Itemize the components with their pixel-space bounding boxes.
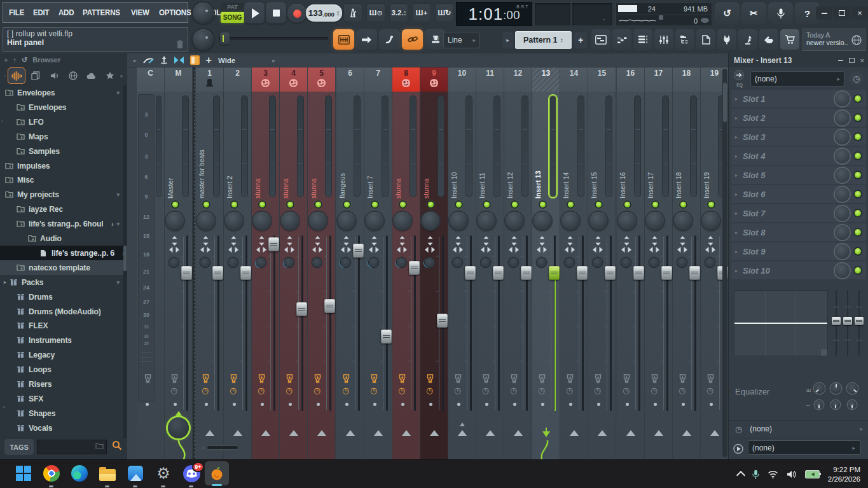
fx-slot-1[interactable]: ▸ Slot 1 [731, 90, 866, 108]
mixer-hscrollbar-thumb[interactable] [207, 446, 238, 449]
route-arrow[interactable] [289, 430, 298, 436]
pan-knob[interactable] [166, 212, 184, 230]
mute-led[interactable] [287, 202, 293, 207]
shop-button[interactable] [780, 29, 799, 50]
fader-track[interactable] [329, 235, 331, 411]
eq-freq-knob-2[interactable] [830, 383, 841, 394]
tree-item-loops[interactable]: Loops [0, 362, 125, 377]
browser-scrollbar[interactable] [123, 85, 127, 438]
track-body-17[interactable]: Insert 17◷ [645, 92, 673, 459]
stereo-sep-knob[interactable] [200, 258, 210, 267]
stereo-sep-knob[interactable] [481, 258, 490, 267]
tree-item-impulses[interactable]: Impulses [0, 158, 125, 173]
spectrum-panel[interactable] [572, 3, 613, 26]
audio-input-icon[interactable] [258, 374, 266, 386]
output-row[interactable]: (none) ▸ [729, 438, 868, 459]
mute-led[interactable] [484, 202, 490, 207]
pat-button[interactable]: PAT [221, 3, 244, 12]
rec-option-5[interactable]: Ш↻ [435, 3, 454, 22]
track-dot[interactable] [205, 403, 208, 406]
volume-fader[interactable] [240, 266, 251, 280]
piano-roll-button[interactable] [612, 29, 631, 50]
mixer-track-18[interactable]: 18Insert 18◷ [673, 67, 701, 459]
eq-band-knob-1[interactable] [815, 400, 823, 409]
tree-item-envelopes[interactable]: Envelopes▾ [0, 85, 125, 100]
track-header-15[interactable]: 15 [588, 67, 616, 92]
slot-enable-led[interactable] [855, 191, 861, 197]
track-dot[interactable] [682, 403, 685, 406]
slot-expand-icon[interactable]: ▸ [735, 192, 738, 197]
add-pattern-button[interactable]: + [574, 32, 587, 48]
track-dot[interactable] [233, 403, 236, 406]
time-display[interactable]: 1:01:00 B:S:T [456, 2, 532, 26]
tree-item-life-s-strang-p-6houl[interactable]: life's strang..p. 6houl›▾ [0, 216, 125, 231]
slot-enable-led[interactable] [855, 229, 861, 235]
fader-track[interactable] [386, 235, 388, 411]
stereo-sep-knob[interactable] [453, 258, 462, 267]
channel-rack-button[interactable] [633, 29, 652, 50]
tree-item-misc[interactable]: Misc [0, 172, 125, 187]
route-arrow[interactable] [374, 430, 383, 436]
track-header-12[interactable]: 12 [504, 67, 532, 92]
track-body-11[interactable]: Insert 11◷ [476, 92, 504, 459]
record-clock-icon[interactable]: ◷ [566, 386, 573, 394]
volume-fader[interactable] [493, 266, 504, 280]
track-body-7[interactable]: Insert 7◷ [364, 92, 392, 459]
tree-item-my-projects[interactable]: My projects▾ [0, 187, 125, 202]
panel-close-icon[interactable]: × [860, 57, 864, 64]
volume-fader[interactable] [521, 266, 532, 280]
tree-item-envelopes[interactable]: Envelopes [0, 100, 125, 115]
volume-fader[interactable] [549, 266, 560, 280]
play-button[interactable] [244, 3, 265, 24]
audio-input-icon[interactable] [482, 374, 490, 386]
oscilloscope-panel[interactable] [534, 3, 571, 26]
route-arrow[interactable] [598, 430, 607, 436]
mixer-track-11[interactable]: 11Insert 11◷ [476, 67, 504, 459]
track-header-17[interactable]: 17 [645, 67, 673, 92]
volume-fader[interactable] [324, 299, 335, 313]
record-clock-icon[interactable]: ◷ [170, 386, 177, 394]
track-body-10[interactable]: Insert 10◷ [448, 92, 476, 459]
track-body-6[interactable]: flangeus◷ [336, 92, 364, 459]
rec-option-3[interactable]: 3.2.: [389, 3, 408, 22]
track-header-2[interactable]: 2 [224, 67, 252, 92]
track-dot[interactable] [317, 403, 320, 406]
track-body-M[interactable]: Master◷ [165, 92, 193, 459]
touch-button[interactable] [759, 29, 778, 50]
track-dot[interactable] [626, 403, 629, 406]
volume-fader[interactable] [181, 266, 192, 280]
pan-knob[interactable] [618, 212, 636, 230]
mixer-track-6[interactable]: 6flangeus◷ [336, 67, 364, 459]
volume-fader[interactable] [437, 314, 448, 328]
battery-icon[interactable] [805, 470, 820, 478]
stereo-sep-knob[interactable] [593, 258, 602, 267]
track-header-18[interactable]: 18 [673, 67, 701, 92]
tabs-scroll-right-icon[interactable]: ▸ [120, 73, 123, 79]
pan-knob[interactable] [225, 212, 243, 230]
tree-item-instruments[interactable]: Instruments [0, 333, 125, 347]
slot-mix-knob[interactable] [835, 111, 850, 125]
track-header-10[interactable]: 10 [448, 67, 476, 92]
fader-track[interactable] [273, 235, 275, 411]
stop-button[interactable] [266, 3, 286, 24]
route-arrow[interactable] [205, 430, 214, 436]
fader-track[interactable] [610, 235, 612, 411]
slot-expand-icon[interactable]: ▸ [735, 268, 738, 274]
audio-input-icon[interactable] [679, 374, 687, 386]
cpu-slider[interactable] [659, 15, 663, 20]
tray-clock[interactable]: 9:22 PM 2/26/2026 [828, 465, 860, 484]
restore-button[interactable] [834, 6, 850, 20]
track-header-7[interactable]: 7 [364, 67, 392, 92]
wifi-icon[interactable] [768, 470, 778, 478]
mixer-menu-icon[interactable]: ▸ [134, 57, 137, 64]
volume-fader[interactable] [661, 266, 672, 280]
eq-freq-knob-3[interactable] [847, 383, 858, 394]
track-body-2[interactable]: Insert 2◷ [224, 92, 252, 459]
eq-freq-knob-1[interactable] [814, 383, 825, 394]
track-dot[interactable] [146, 403, 149, 406]
audio-input-icon[interactable] [651, 374, 659, 386]
tags-button[interactable]: TAGS [4, 439, 34, 455]
menu-edit[interactable]: EDIT [33, 8, 49, 17]
audio-input-icon[interactable] [170, 374, 179, 386]
route-arrow[interactable] [654, 430, 663, 436]
